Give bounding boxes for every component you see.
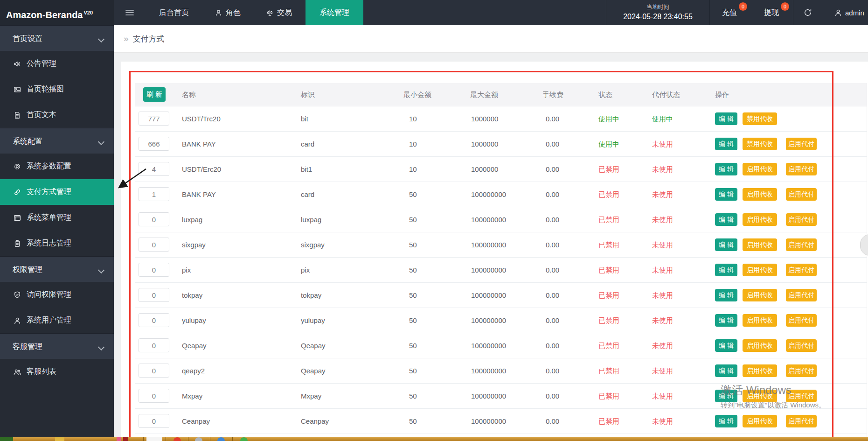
sidebar-toggle-button[interactable]: [120, 0, 139, 25]
edit-button[interactable]: 编 辑: [715, 213, 737, 226]
status-badge: 已禁用: [598, 258, 619, 282]
sort-order-input[interactable]: [139, 288, 169, 302]
edit-button[interactable]: 编 辑: [715, 339, 737, 352]
edit-button[interactable]: 编 辑: [715, 314, 737, 327]
toggle-button[interactable]: 启用代付: [786, 163, 817, 175]
taskbar-icon[interactable]: [195, 437, 202, 441]
sort-order-input[interactable]: [139, 263, 169, 277]
edit-button[interactable]: 编 辑: [715, 188, 737, 201]
sort-order-input[interactable]: [139, 212, 169, 226]
toggle-button[interactable]: 启用代收: [743, 238, 777, 251]
sidebar-item[interactable]: 系统用户管理: [0, 308, 114, 333]
taskbar-icon[interactable]: [55, 437, 64, 441]
edit-button[interactable]: 编 辑: [715, 112, 737, 125]
toggle-button[interactable]: 启用代收: [743, 213, 777, 226]
toggle-button[interactable]: 禁用代收: [743, 112, 777, 125]
toggle-button[interactable]: 启用代付: [786, 264, 817, 276]
edit-button[interactable]: 编 辑: [715, 264, 737, 276]
table-row: yulupayyulupay501000000000.00已禁用未使用编 辑启用…: [135, 308, 867, 333]
toggle-button[interactable]: 启用代付: [786, 138, 817, 150]
sidebar-item[interactable]: 首页轮播图: [0, 77, 114, 102]
edit-button[interactable]: 编 辑: [715, 289, 737, 301]
toggle-button[interactable]: 启用代付: [786, 314, 817, 327]
payment-code: Ceanpay: [301, 409, 329, 434]
sort-order-input[interactable]: [139, 389, 169, 403]
toggle-button[interactable]: 禁用代收: [743, 138, 777, 150]
taskbar-icon[interactable]: [123, 437, 128, 441]
divider: [232, 437, 233, 441]
toggle-button[interactable]: 启用代付: [786, 238, 817, 251]
toggle-button[interactable]: 启用代收: [743, 314, 777, 327]
sidebar-section-3[interactable]: 权限管理: [0, 256, 114, 282]
sidebar-item[interactable]: 首页文本: [0, 102, 114, 128]
table-row: QeapayQeapay501000000000.00已禁用未使用编 辑启用代收…: [135, 333, 867, 358]
toggle-button[interactable]: 启用代收: [743, 390, 777, 402]
sort-order-input[interactable]: [139, 364, 169, 378]
toggle-button[interactable]: 启用代收: [743, 289, 777, 301]
toggle-button[interactable]: 启用代付: [786, 364, 817, 377]
toggle-button[interactable]: 启用代付: [786, 213, 817, 226]
recharge-button[interactable]: 充值: [716, 0, 743, 25]
sidebar-section-1[interactable]: 首页设置: [0, 25, 114, 51]
taskbar-icon[interactable]: [174, 437, 181, 441]
users-icon: [13, 368, 21, 376]
sidebar-item[interactable]: 支付方式管理: [0, 179, 114, 205]
min-amount: 10: [409, 132, 417, 156]
column-header: 标识: [301, 83, 315, 106]
toggle-button[interactable]: 启用代收: [743, 415, 777, 427]
toggle-button[interactable]: 启用代付: [786, 188, 817, 201]
admin-user-menu[interactable]: admin: [834, 0, 864, 25]
edit-button[interactable]: 编 辑: [715, 364, 737, 377]
max-amount: 100000000: [471, 358, 506, 383]
toggle-button[interactable]: 启用代收: [743, 188, 777, 201]
sidebar-item[interactable]: 系统参数配置: [0, 154, 114, 179]
toggle-button[interactable]: 启用代付: [786, 390, 817, 402]
sidebar-item-label: 首页轮播图: [27, 84, 64, 94]
taskbar-icon[interactable]: [217, 437, 225, 441]
toggle-button[interactable]: 启用代收: [743, 364, 777, 377]
sort-order-input[interactable]: [139, 187, 169, 201]
sidebar-item[interactable]: 访问权限管理: [0, 282, 114, 308]
edit-button[interactable]: 编 辑: [715, 238, 737, 251]
toggle-button[interactable]: 启用代付: [786, 339, 817, 352]
sidebar-item[interactable]: 系统日志管理: [0, 231, 114, 256]
table-refresh-button[interactable]: 刷 新: [143, 87, 166, 102]
payout-status-badge: 未使用: [652, 258, 673, 282]
nav-item-1[interactable]: 后台首页: [152, 0, 196, 25]
toggle-button[interactable]: 启用代收: [743, 339, 777, 352]
edit-button[interactable]: 编 辑: [715, 163, 737, 175]
status-badge: 已禁用: [598, 157, 619, 182]
breadcrumb-bar: » 支付方式: [114, 25, 868, 53]
edit-button[interactable]: 编 辑: [715, 390, 737, 402]
sort-order-input[interactable]: [139, 414, 169, 428]
sidebar-item[interactable]: 客服列表: [0, 359, 114, 385]
refresh-page-button[interactable]: [799, 0, 817, 25]
user-icon: [834, 8, 842, 17]
sort-order-input[interactable]: [139, 137, 169, 151]
toggle-button[interactable]: 启用代收: [743, 163, 777, 175]
sort-order-input[interactable]: [139, 112, 169, 126]
sidebar-item[interactable]: 公告管理: [0, 51, 114, 77]
toggle-button[interactable]: 启用代收: [743, 264, 777, 276]
sort-order-input[interactable]: [139, 313, 169, 327]
windows-taskbar[interactable]: [0, 437, 868, 441]
toggle-button[interactable]: 启用代付: [786, 415, 817, 427]
taskbar-icon[interactable]: [117, 437, 121, 441]
taskbar-icon[interactable]: [240, 437, 248, 441]
sidebar-section-4[interactable]: 客服管理: [0, 333, 114, 359]
sidebar-section-2[interactable]: 系统配置: [0, 128, 114, 154]
nav-item-3[interactable]: 交易: [258, 0, 300, 25]
sort-order-input[interactable]: [139, 338, 169, 352]
nav-item-4[interactable]: 系统管理: [306, 0, 363, 25]
min-amount: 50: [409, 207, 417, 232]
nav-item-2[interactable]: 角色: [207, 0, 249, 25]
taskbar-start-icon[interactable]: [0, 437, 13, 441]
edit-button[interactable]: 编 辑: [715, 138, 737, 150]
sort-order-input[interactable]: [139, 238, 169, 252]
sidebar-item[interactable]: 系统菜单管理: [0, 205, 114, 231]
toggle-button[interactable]: 启用代付: [786, 289, 817, 301]
withdraw-button[interactable]: 提现: [758, 0, 785, 25]
sort-order-input[interactable]: [139, 162, 169, 176]
edit-button[interactable]: 编 辑: [715, 415, 737, 427]
taskbar-icon[interactable]: [146, 437, 162, 441]
